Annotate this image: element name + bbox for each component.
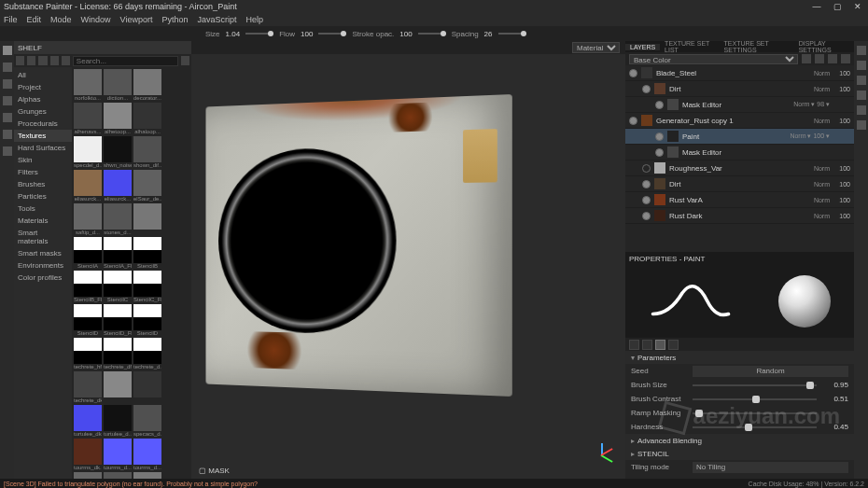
- blend-mode[interactable]: Norm: [814, 86, 830, 92]
- layer-name[interactable]: Rust VarA: [669, 196, 810, 204]
- layer-opacity[interactable]: 100: [833, 86, 850, 92]
- shelf-thumb[interactable]: StencilC: [104, 271, 132, 302]
- shelf-thumb[interactable]: tourms_d...: [133, 439, 161, 470]
- shelf-folder-icon[interactable]: [27, 56, 35, 65]
- brush-size-value[interactable]: 0.95: [822, 381, 848, 389]
- layer-name[interactable]: Generator_Rust copy 1: [656, 117, 810, 125]
- layer-thumbnail[interactable]: [641, 67, 652, 78]
- shelf-cat-brushes[interactable]: Brushes: [14, 178, 72, 190]
- shelf-thumb[interactable]: shwn_noise: [104, 136, 132, 168]
- baking-icon[interactable]: [857, 105, 866, 115]
- fill-tool-icon[interactable]: [3, 96, 12, 105]
- layer-opacity[interactable]: 100: [833, 165, 850, 172]
- blend-mode[interactable]: Norm ▾ 100 ▾: [790, 132, 830, 140]
- menu-mode[interactable]: Mode: [50, 15, 72, 24]
- channel-stencil-icon[interactable]: [655, 340, 665, 350]
- random-button[interactable]: Random: [693, 366, 848, 377]
- blend-mode[interactable]: Norm: [814, 181, 830, 188]
- shelf-thumb[interactable]: tourms_dk...: [74, 439, 102, 470]
- shelf-thumb[interactable]: stones_d...: [104, 203, 132, 235]
- visibility-toggle-icon[interactable]: [642, 212, 651, 220]
- shelf-thumb[interactable]: diction...: [104, 69, 132, 101]
- display-icon[interactable]: [857, 91, 866, 100]
- menu-python[interactable]: Python: [161, 15, 188, 24]
- layer-thumbnail[interactable]: [654, 194, 665, 205]
- shelf-cat-hard-surfaces[interactable]: Hard Surfaces: [14, 142, 72, 154]
- shelf-thumb[interactable]: specacs_d...: [133, 405, 161, 437]
- eraser-tool-icon[interactable]: [3, 63, 12, 72]
- shelf-thumb[interactable]: [133, 203, 161, 235]
- layer-name[interactable]: Blade_Steel: [656, 69, 810, 77]
- layer-name[interactable]: Mask Editor: [682, 148, 826, 157]
- menu-help[interactable]: Help: [245, 15, 263, 24]
- layer-row[interactable]: DirtNorm100: [625, 81, 854, 97]
- shelf-thumbnail-grid[interactable]: norfolkto...diction...decorator...alhena…: [72, 67, 191, 479]
- shelf-cat-tools[interactable]: Tools: [14, 202, 72, 215]
- shelf-cat-smart-materials[interactable]: Smart materials: [14, 227, 72, 247]
- shelf-grid-icon[interactable]: [181, 56, 189, 65]
- add-mask-icon[interactable]: [828, 54, 837, 63]
- shelf-cat-materials[interactable]: Materials: [14, 215, 72, 227]
- parameters-section[interactable]: Parameters: [625, 351, 854, 364]
- minimize-button[interactable]: —: [810, 2, 823, 11]
- shelf-thumb[interactable]: StencilD_Flip: [104, 304, 132, 336]
- hardness-value[interactable]: 0.45: [822, 423, 848, 431]
- layer-name[interactable]: Mask Editor: [682, 101, 790, 109]
- brush-tool-icon[interactable]: [3, 46, 12, 55]
- axis-gizmo[interactable]: [588, 441, 616, 469]
- shelf-thumb[interactable]: alhenavs...: [74, 103, 102, 134]
- shelf-thumb[interactable]: [133, 472, 161, 479]
- tab-display-settings[interactable]: DISPLAY SETTINGS: [794, 40, 854, 53]
- channel-select[interactable]: Base Color: [629, 54, 798, 64]
- menu-edit[interactable]: Edit: [27, 15, 42, 24]
- visibility-toggle-icon[interactable]: [642, 196, 651, 204]
- opacity-slider[interactable]: [418, 33, 446, 35]
- visibility-toggle-icon[interactable]: [629, 117, 637, 125]
- material-picker-icon[interactable]: [3, 146, 12, 156]
- shelf-cat-skin[interactable]: Skin: [14, 154, 72, 166]
- layer-row[interactable]: Blade_SteelNorm100: [625, 65, 854, 81]
- visibility-toggle-icon[interactable]: [655, 101, 664, 109]
- flow-value[interactable]: 100: [301, 30, 313, 38]
- shelf-thumb[interactable]: eliasurck...: [104, 170, 132, 202]
- shelf-cat-grunges[interactable]: Grunges: [14, 105, 72, 118]
- blend-mode[interactable]: Norm: [814, 197, 830, 203]
- layer-thumbnail[interactable]: [654, 178, 665, 189]
- shelf-thumb[interactable]: StencilD: [133, 304, 161, 336]
- visibility-toggle-icon[interactable]: [642, 164, 651, 173]
- stencil-section[interactable]: STENCIL: [625, 447, 854, 460]
- layer-row[interactable]: Roughness_VarNorm100: [625, 160, 854, 176]
- size-slider[interactable]: [245, 33, 273, 35]
- layer-opacity[interactable]: 100: [833, 213, 850, 219]
- layer-thumbnail[interactable]: [641, 115, 652, 126]
- shelf-thumb[interactable]: techrete_dk...: [74, 371, 102, 403]
- shelf-cat-particles[interactable]: Particles: [14, 190, 72, 202]
- layer-name[interactable]: Rust Dark: [669, 212, 810, 220]
- shelf-thumb[interactable]: techrete_d...: [133, 338, 161, 369]
- layer-opacity[interactable]: 100: [833, 70, 850, 77]
- shelf-cat-filters[interactable]: Filters: [14, 166, 72, 178]
- tab-layers[interactable]: LAYERS: [625, 44, 660, 50]
- shelf-thumb[interactable]: specdel_d...: [74, 136, 102, 168]
- menu-viewport[interactable]: Viewport: [120, 15, 153, 24]
- shelf-thumb[interactable]: StencilA: [74, 237, 102, 269]
- layer-opacity[interactable]: 100: [833, 118, 850, 124]
- shelf-thumb[interactable]: StencilD: [74, 304, 102, 336]
- advanced-blending-section[interactable]: Advanced Blending: [625, 434, 854, 447]
- spacing-value[interactable]: 26: [484, 30, 493, 38]
- shelf-import-icon[interactable]: [38, 56, 47, 65]
- channel-brush-icon[interactable]: [629, 340, 639, 350]
- iray-icon[interactable]: [857, 120, 866, 130]
- shelf-thumb[interactable]: decorator...: [133, 69, 161, 101]
- camera-icon[interactable]: [857, 61, 866, 70]
- shelf-thumb[interactable]: turtulee_dk...: [74, 405, 102, 437]
- shelf-thumb[interactable]: StencilC_Flip: [133, 271, 161, 302]
- clone-tool-icon[interactable]: [3, 130, 12, 139]
- layer-name[interactable]: Dirt: [669, 180, 810, 188]
- layer-thumbnail[interactable]: [654, 210, 665, 221]
- shelf-thumb[interactable]: norfolkto...: [74, 69, 102, 101]
- shelf-thumb[interactable]: StencilA_Flip: [104, 237, 132, 269]
- visibility-toggle-icon[interactable]: [642, 85, 651, 93]
- layer-name[interactable]: Roughness_Var: [669, 164, 810, 173]
- tiling-mode-select[interactable]: No Tiling: [693, 462, 848, 473]
